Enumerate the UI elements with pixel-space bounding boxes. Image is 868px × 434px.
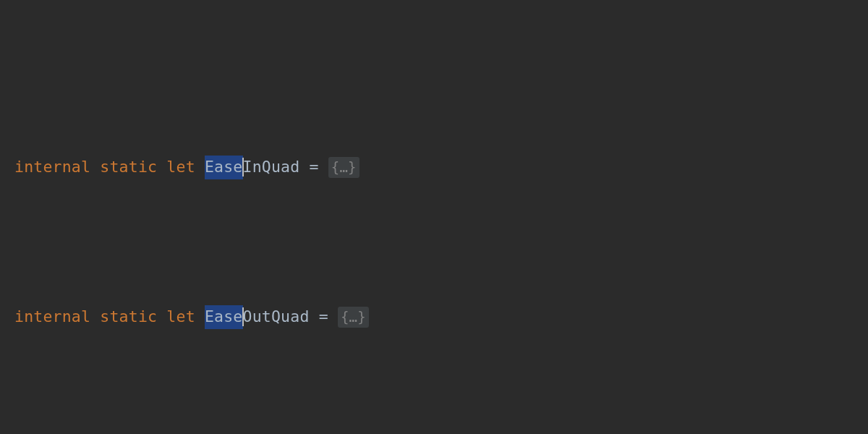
code-line[interactable]: internal static let EaseInQuad = {…} <box>14 156 868 179</box>
keyword-let: let <box>166 156 195 179</box>
code-editor[interactable]: internal static let EaseInQuad = {…} int… <box>0 93 868 434</box>
keyword-static: static <box>100 305 157 328</box>
text-cursor <box>242 158 244 176</box>
keyword-internal: internal <box>14 156 90 179</box>
identifier: OutQuad <box>243 305 310 328</box>
search-highlight: Ease <box>205 305 243 328</box>
code-line[interactable]: internal static let EaseOutQuad = {…} <box>14 306 868 329</box>
keyword-static: static <box>100 156 157 179</box>
operator-equals: = <box>299 156 328 179</box>
operator-equals: = <box>310 305 338 328</box>
text-cursor <box>242 307 244 326</box>
search-highlight: Ease <box>205 156 243 179</box>
code-fold-marker[interactable]: {…} <box>328 157 359 178</box>
code-fold-marker[interactable]: {…} <box>338 307 369 328</box>
identifier: InQuad <box>243 156 300 179</box>
keyword-internal: internal <box>14 305 90 328</box>
keyword-let: let <box>166 305 195 328</box>
